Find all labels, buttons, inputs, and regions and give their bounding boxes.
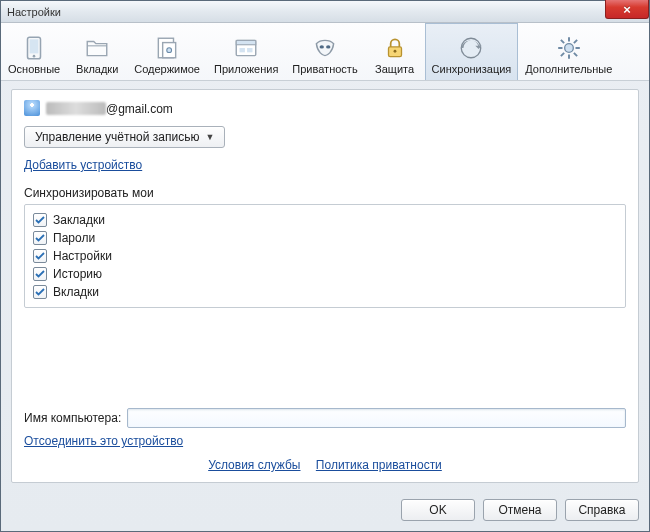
dialog-buttons: OK Отмена Справка xyxy=(1,491,649,531)
svg-rect-8 xyxy=(240,48,245,52)
computer-name-input[interactable] xyxy=(127,408,626,428)
svg-line-23 xyxy=(561,53,564,56)
checkbox-history[interactable] xyxy=(33,267,47,281)
settings-window: Настройки × Основные Вкладки Содержимое xyxy=(0,0,650,532)
account-row: @gmail.com xyxy=(24,100,626,116)
sync-icon xyxy=(458,35,484,61)
disconnect-device-link[interactable]: Отсоединить это устройство xyxy=(24,434,183,448)
sync-panel: @gmail.com Управление учётной записью ▼ … xyxy=(11,89,639,483)
checkbox-passwords[interactable] xyxy=(33,231,47,245)
svg-rect-7 xyxy=(236,40,256,44)
svg-rect-1 xyxy=(30,39,39,53)
ok-button[interactable]: OK xyxy=(401,499,475,521)
svg-point-5 xyxy=(167,48,172,53)
window-icon xyxy=(233,35,259,61)
sync-item-tabs: Вкладки xyxy=(33,283,617,301)
svg-point-15 xyxy=(564,44,573,53)
tab-content[interactable]: Содержимое xyxy=(127,23,207,80)
svg-point-11 xyxy=(326,45,330,48)
email-blurred-prefix xyxy=(46,102,106,115)
tab-sync[interactable]: Синхронизация xyxy=(425,23,519,80)
manage-account-button[interactable]: Управление учётной записью ▼ xyxy=(24,126,225,148)
sync-item-passwords: Пароли xyxy=(33,229,617,247)
sync-item-history: Историю xyxy=(33,265,617,283)
computer-name-row: Имя компьютера: xyxy=(24,408,626,428)
svg-rect-9 xyxy=(247,48,252,52)
add-device-link[interactable]: Добавить устройство xyxy=(24,158,142,172)
gear-icon xyxy=(556,35,582,61)
phone-icon xyxy=(21,35,47,61)
tab-security[interactable]: Защита xyxy=(365,23,425,80)
computer-name-label: Имя компьютера: xyxy=(24,411,121,425)
lock-icon xyxy=(382,35,408,61)
folder-icon xyxy=(84,35,110,61)
tos-link[interactable]: Условия службы xyxy=(208,458,300,472)
sync-items-box: Закладки Пароли Настройки Историю Вкладк… xyxy=(24,204,626,308)
checkbox-bookmarks[interactable] xyxy=(33,213,47,227)
sync-heading: Синхронизировать мои xyxy=(24,186,626,200)
cancel-button[interactable]: Отмена xyxy=(483,499,557,521)
mask-icon xyxy=(312,35,338,61)
chevron-down-icon: ▼ xyxy=(205,132,214,142)
avatar-icon xyxy=(24,100,40,116)
tab-general[interactable]: Основные xyxy=(1,23,67,80)
close-button[interactable]: × xyxy=(605,0,649,19)
sync-item-bookmarks: Закладки xyxy=(33,211,617,229)
account-email: @gmail.com xyxy=(46,101,173,116)
content-area: @gmail.com Управление учётной записью ▼ … xyxy=(1,81,649,491)
privacy-link[interactable]: Политика приватности xyxy=(316,458,442,472)
svg-line-21 xyxy=(574,53,577,56)
page-icon xyxy=(154,35,180,61)
tab-advanced[interactable]: Дополнительные xyxy=(518,23,619,80)
tab-privacy[interactable]: Приватность xyxy=(285,23,364,80)
svg-point-2 xyxy=(33,55,36,58)
toolbar-tabs: Основные Вкладки Содержимое Приложения П… xyxy=(1,23,649,81)
tab-applications[interactable]: Приложения xyxy=(207,23,285,80)
checkbox-settings[interactable] xyxy=(33,249,47,263)
svg-line-20 xyxy=(561,40,564,43)
svg-point-10 xyxy=(320,45,324,48)
help-button[interactable]: Справка xyxy=(565,499,639,521)
svg-point-13 xyxy=(393,50,396,53)
footer-links: Условия службы Политика приватности xyxy=(24,458,626,472)
sync-item-settings: Настройки xyxy=(33,247,617,265)
tab-tabs[interactable]: Вкладки xyxy=(67,23,127,80)
window-title: Настройки xyxy=(7,6,61,18)
checkbox-tabs[interactable] xyxy=(33,285,47,299)
titlebar: Настройки × xyxy=(1,1,649,23)
close-icon: × xyxy=(623,3,631,16)
svg-line-22 xyxy=(574,40,577,43)
